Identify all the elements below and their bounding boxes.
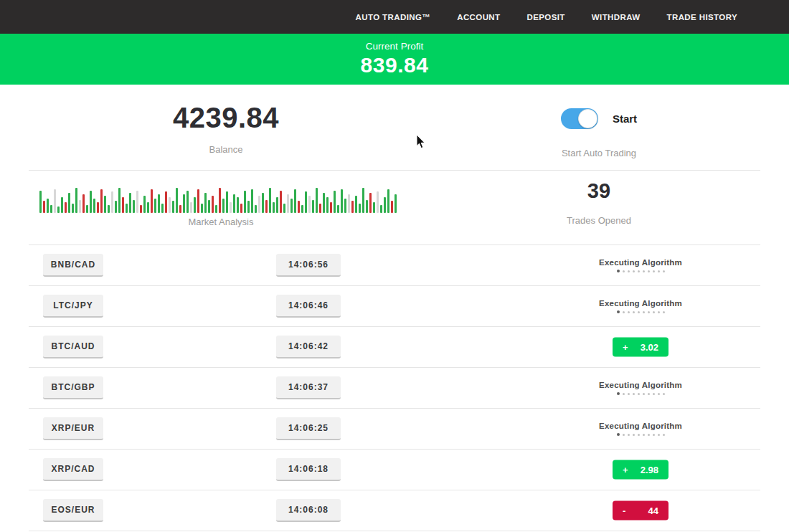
pair-badge: BTC/AUD (43, 336, 103, 358)
nav-item-auto-trading[interactable]: AUTO TRADING™ (356, 13, 431, 22)
table-row: XRP/EUR 14:06:25 Executing Algorithm (29, 409, 760, 450)
time-badge: 14:06:37 (276, 376, 341, 399)
progress-dots (576, 310, 705, 313)
table-row: BTC/GBP 14:06:37 Executing Algorithm (29, 368, 760, 409)
result-sign: + (623, 465, 628, 475)
time-badge: 14:06:08 (276, 499, 341, 522)
result-badge: + 2.98 (613, 460, 668, 480)
trades-opened-label: Trades Opened (502, 215, 696, 226)
trade-status: + 3.02 (576, 338, 705, 357)
result-badge: - 44 (613, 501, 668, 521)
trade-status: + 2.98 (576, 460, 705, 480)
status-executing: Executing Algorithm (576, 299, 705, 313)
trade-status: Executing Algorithm (576, 258, 705, 272)
pair-badge: XRP/EUR (43, 417, 103, 440)
balance-label: Balance (86, 144, 366, 155)
trade-status: Executing Algorithm (576, 422, 705, 436)
table-row: XRP/CAD 14:06:18 + 2.98 (29, 450, 760, 490)
table-row: BNB/CAD 14:06:56 Executing Algorithm (29, 245, 760, 286)
result-value: 44 (648, 505, 658, 516)
nav-item-withdraw[interactable]: WITHDRAW (592, 13, 641, 22)
time-badge: 14:06:25 (276, 417, 341, 440)
table-row: BTC/AUD 14:06:42 + 3.02 (29, 327, 760, 368)
balance-block: 4239.84 Balance (86, 102, 366, 155)
stats-row-1: 4239.84 Balance Start Start Auto Trading (0, 85, 789, 170)
current-profit-label: Current Profit (366, 41, 423, 52)
status-executing: Executing Algorithm (576, 381, 705, 395)
progress-dots (576, 392, 705, 395)
progress-dots (576, 433, 705, 436)
auto-trading-toggle-group: Start (502, 108, 696, 129)
table-row: LTC/JPY 14:06:46 Executing Algorithm (29, 286, 760, 327)
result-value: 3.02 (641, 342, 658, 353)
market-analysis-label: Market Analysis (39, 217, 402, 227)
stats-row-2: Market Analysis 39 Trades Opened (0, 171, 789, 244)
pair-badge: BNB/CAD (43, 254, 103, 277)
trade-status: Executing Algorithm (576, 299, 705, 313)
start-auto-trading-label: Start Auto Trading (502, 148, 696, 158)
result-value: 2.98 (641, 465, 658, 475)
time-badge: 14:06:56 (276, 254, 341, 277)
status-label: Executing Algorithm (576, 299, 705, 308)
time-badge: 14:06:46 (276, 295, 341, 318)
nav-item-deposit[interactable]: DEPOSIT (527, 13, 565, 22)
auto-trading-app: AUTO TRADING™ ACCOUNT DEPOSIT WITHDRAW T… (0, 0, 789, 532)
result-badge: + 3.02 (613, 338, 668, 357)
status-executing: Executing Algorithm (576, 258, 705, 272)
balance-value: 4239.84 (86, 102, 366, 134)
toggle-state-label: Start (613, 113, 637, 125)
status-label: Executing Algorithm (576, 422, 705, 430)
progress-dots (576, 270, 705, 272)
trade-status: - 44 (576, 501, 705, 521)
trade-status: Executing Algorithm (576, 381, 705, 395)
table-row: EOS/EUR 14:06:08 - 44 (29, 490, 760, 531)
result-sign: - (623, 505, 625, 516)
nav-item-trade-history[interactable]: TRADE HISTORY (667, 13, 738, 22)
toggle-knob-icon (578, 109, 597, 128)
pair-badge: LTC/JPY (43, 295, 103, 318)
current-profit-value: 839.84 (361, 53, 429, 77)
trades-list: BNB/CAD 14:06:56 Executing Algorithm LTC… (29, 244, 760, 531)
status-label: Executing Algorithm (576, 258, 705, 267)
auto-trading-toggle[interactable] (561, 108, 598, 129)
trades-opened-value: 39 (502, 179, 696, 203)
time-badge: 14:06:42 (276, 336, 341, 358)
top-nav: AUTO TRADING™ ACCOUNT DEPOSIT WITHDRAW T… (0, 0, 789, 34)
pair-badge: XRP/CAD (43, 458, 103, 481)
pair-badge: EOS/EUR (43, 499, 103, 522)
current-profit-banner: Current Profit 839.84 (0, 34, 789, 85)
market-analysis-chart (39, 186, 402, 213)
pair-badge: BTC/GBP (43, 376, 103, 399)
result-sign: + (623, 342, 628, 353)
time-badge: 14:06:18 (276, 458, 341, 481)
status-label: Executing Algorithm (576, 381, 705, 389)
status-executing: Executing Algorithm (576, 422, 705, 436)
nav-item-account[interactable]: ACCOUNT (457, 13, 500, 22)
